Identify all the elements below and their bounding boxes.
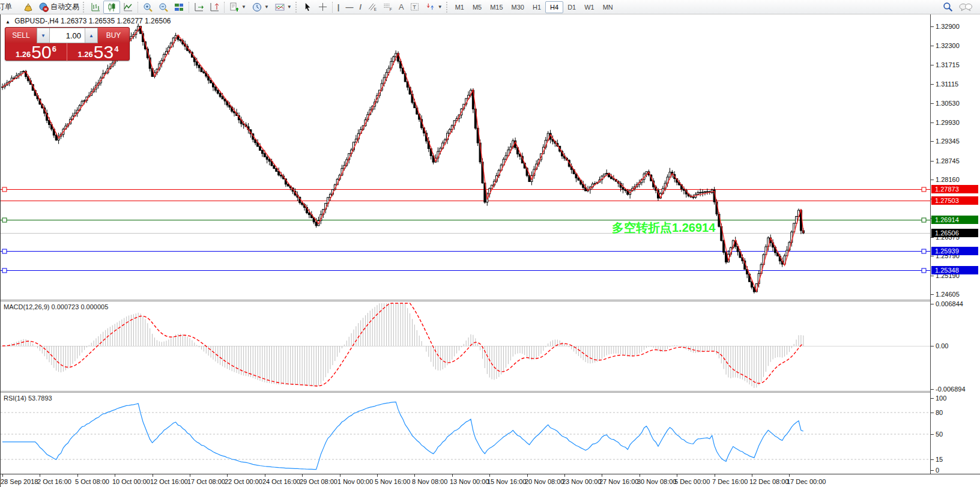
volume-value[interactable]: 1.00 bbox=[50, 28, 85, 43]
arrows-tool[interactable]: ▼ bbox=[423, 1, 446, 14]
price-tick-label: -0.006894 bbox=[936, 386, 966, 393]
autotrade-icon bbox=[39, 2, 49, 12]
svg-text:T: T bbox=[413, 4, 416, 10]
chart-plot[interactable] bbox=[1, 14, 930, 474]
candles bbox=[2, 23, 805, 293]
axis-tick bbox=[931, 398, 934, 399]
sell-button[interactable]: SELL bbox=[5, 28, 37, 43]
cursor-tool-button[interactable] bbox=[300, 1, 315, 14]
timeframe-button-h4[interactable]: H4 bbox=[545, 1, 563, 13]
new-order-label: 订单 bbox=[0, 2, 12, 12]
axis-tick bbox=[931, 46, 934, 46]
periodicity-button[interactable]: ▼ bbox=[249, 1, 272, 14]
hline-price-label: 1.27873 bbox=[931, 185, 978, 193]
channel-tool[interactable]: E bbox=[364, 1, 380, 14]
axis-tick bbox=[931, 294, 934, 295]
timeframe-button-m5[interactable]: M5 bbox=[468, 1, 486, 13]
horizontal-line-tool[interactable]: — bbox=[342, 1, 356, 14]
time-axis-tick bbox=[153, 474, 153, 477]
time-axis-tick bbox=[190, 474, 190, 477]
mt4-window: 订单 自动交易 bbox=[0, 0, 980, 487]
zoom-out-button[interactable] bbox=[156, 1, 171, 14]
axis-tick bbox=[931, 237, 934, 238]
time-tick-label: 1 Nov 00:00 bbox=[337, 478, 373, 485]
indicators-button[interactable]: ▼ bbox=[272, 1, 295, 14]
chat-button[interactable] bbox=[956, 1, 975, 14]
time-tick-label: 23 Nov 00:00 bbox=[562, 478, 601, 485]
axis-tick bbox=[931, 470, 934, 471]
buy-button[interactable]: BUY bbox=[98, 28, 129, 43]
timeframe-button-w1[interactable]: W1 bbox=[580, 1, 599, 13]
crosshair-tool-button[interactable] bbox=[315, 1, 330, 14]
timeframe-button-d1[interactable]: D1 bbox=[563, 1, 580, 13]
time-axis-tick bbox=[265, 474, 265, 477]
price-axis[interactable]: 1.329001.323001.317151.311151.305301.299… bbox=[930, 14, 980, 474]
time-axis-tick bbox=[715, 474, 715, 477]
time-tick-label: 13 Nov 00:00 bbox=[450, 478, 489, 485]
hline-price-label: 1.25348 bbox=[931, 266, 978, 274]
auto-scroll-button[interactable] bbox=[191, 1, 207, 14]
time-tick-label: 20 Nov 08:00 bbox=[525, 478, 564, 485]
bar-chart-icon bbox=[91, 2, 100, 12]
ohlc-values: 1.26373 1.26535 1.26277 1.26506 bbox=[61, 17, 171, 25]
time-axis-tick bbox=[564, 474, 565, 477]
timeframe-button-m30[interactable]: M30 bbox=[507, 1, 528, 13]
time-tick-label: 30 Nov 08:00 bbox=[637, 478, 676, 485]
tile-windows-button[interactable] bbox=[171, 1, 187, 14]
symbol-period-label: GBPUSD-,H4 bbox=[14, 17, 58, 25]
time-tick-label: 17 Dec 00:00 bbox=[787, 478, 826, 485]
axis-tick bbox=[931, 26, 934, 27]
price-tick-label: 1.32300 bbox=[936, 42, 960, 49]
axis-tick bbox=[931, 413, 934, 413]
time-tick-label: 5 Nov 16:00 bbox=[375, 478, 410, 485]
line-chart-mode-button[interactable] bbox=[120, 1, 136, 14]
time-axis-tick bbox=[302, 474, 303, 477]
price-tick-label: 1.28160 bbox=[936, 176, 960, 183]
collapse-triangle-icon[interactable]: ▲ bbox=[5, 19, 10, 25]
time-axis-tick bbox=[640, 474, 640, 477]
clock-icon bbox=[252, 2, 262, 12]
toolbar-separator bbox=[138, 2, 138, 13]
deposit-button[interactable] bbox=[20, 1, 36, 14]
axis-tick bbox=[931, 123, 934, 123]
dropdown-arrow-icon: ▼ bbox=[241, 4, 246, 10]
bar-chart-mode-button[interactable] bbox=[88, 1, 103, 14]
macd-histogram bbox=[7, 303, 803, 388]
line-chart-icon bbox=[123, 2, 133, 12]
vertical-line-tool[interactable]: | bbox=[334, 1, 343, 14]
trendline-tool[interactable]: / bbox=[356, 1, 364, 14]
timeframe-button-m1[interactable]: M1 bbox=[451, 1, 468, 13]
new-chart-button[interactable]: ▼ bbox=[226, 1, 249, 14]
candlestick-mode-button[interactable] bbox=[103, 1, 120, 14]
timeframe-button-mn[interactable]: MN bbox=[599, 1, 617, 13]
search-button[interactable] bbox=[940, 1, 956, 14]
time-axis[interactable]: 28 Sep 20182 Oct 16:005 Oct 08:0010 Oct … bbox=[1, 474, 980, 487]
timeframe-button-m15[interactable]: M15 bbox=[486, 1, 507, 13]
time-axis-tick bbox=[340, 474, 340, 477]
label-tool[interactable]: T bbox=[407, 1, 423, 14]
fibonacci-tool[interactable]: F bbox=[380, 1, 396, 14]
time-axis-tick bbox=[452, 474, 453, 477]
autotrade-button[interactable]: 自动交易 bbox=[36, 1, 82, 14]
buy-price-tile[interactable]: 1.26 53 4 bbox=[67, 43, 129, 61]
volume-decrease-button[interactable]: ▼ bbox=[37, 28, 50, 43]
horizontal-lines bbox=[1, 187, 930, 273]
sell-price-tile[interactable]: 1.26 50 6 bbox=[5, 43, 67, 61]
toolbar-separator bbox=[189, 2, 189, 13]
volume-increase-button[interactable]: ▲ bbox=[85, 28, 97, 43]
time-axis-tick bbox=[527, 474, 528, 477]
text-tool[interactable]: A bbox=[396, 1, 407, 14]
timeframe-button-h1[interactable]: H1 bbox=[528, 1, 545, 13]
price-tick-label: 80 bbox=[936, 409, 943, 416]
time-tick-label: 7 Dec 16:00 bbox=[712, 478, 748, 485]
dropdown-arrow-icon: ▼ bbox=[287, 4, 292, 10]
axis-tick bbox=[931, 161, 934, 162]
axis-tick bbox=[931, 346, 934, 346]
toolbar-separator bbox=[332, 2, 333, 13]
zoom-in-button[interactable] bbox=[140, 1, 156, 14]
time-tick-label: 28 Sep 2018 bbox=[1, 478, 38, 485]
new-order-button[interactable]: 订单 bbox=[0, 1, 20, 14]
svg-text:E: E bbox=[374, 7, 377, 11]
chart-window[interactable]: ▲ GBPUSD-,H4 1.26373 1.26535 1.26277 1.2… bbox=[0, 14, 980, 487]
chart-shift-button[interactable] bbox=[207, 1, 222, 14]
